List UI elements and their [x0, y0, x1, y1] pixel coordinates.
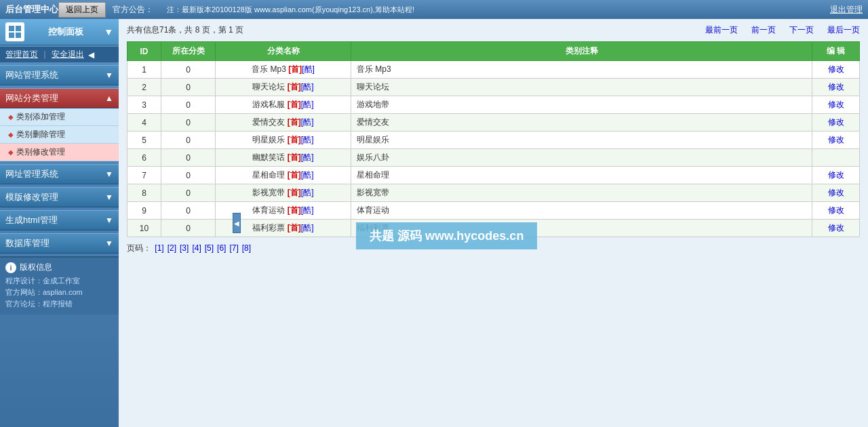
- cell-comment: 聊天论坛: [351, 79, 812, 96]
- cell-edit[interactable]: 修改: [812, 79, 860, 96]
- back-button[interactable]: 返回上页: [58, 2, 106, 18]
- col-edit: 编 辑: [812, 42, 860, 61]
- edit-link[interactable]: 修改: [828, 223, 844, 232]
- cell-comment: 游戏地带: [351, 96, 812, 114]
- info-bar: 共有信息71条，共 8 页，第 1 页 最前一页 前一页 下一页 最后一页: [127, 24, 860, 36]
- category-items: ◆ 类别添加管理 ◆ 类别删除管理 ◆ 类别修改管理: [0, 108, 119, 161]
- edit-link[interactable]: 修改: [828, 82, 844, 92]
- page-number-link[interactable]: [6]: [217, 243, 226, 253]
- table-row: 5 0 明星娱乐 [首][酷] 明星娱乐 修改: [127, 131, 860, 149]
- page-number-link[interactable]: [2]: [167, 243, 176, 253]
- page-number-link[interactable]: [4]: [192, 243, 201, 253]
- cell-comment: 音乐 Mp3: [351, 61, 812, 79]
- page-number-link[interactable]: [3]: [180, 243, 189, 253]
- category-edit[interactable]: ◆ 类别修改管理: [0, 144, 119, 161]
- svg-rect-0: [9, 26, 14, 31]
- edit-link[interactable]: 修改: [828, 170, 844, 180]
- bullet-icon: ◆: [8, 131, 14, 138]
- cell-comment: 爱情交友: [351, 114, 812, 131]
- cell-name: 游戏私服 [首][酷]: [216, 96, 351, 114]
- page-number-link[interactable]: [8]: [242, 243, 251, 253]
- cell-edit[interactable]: 修改: [812, 131, 860, 149]
- cell-edit[interactable]: 修改: [812, 96, 860, 114]
- cell-name: 聊天论坛 [首][酷]: [216, 79, 351, 96]
- cell-comment: 影视宽带: [351, 184, 812, 202]
- category-delete[interactable]: ◆ 类别删除管理: [0, 126, 119, 144]
- cell-id: 10: [127, 220, 161, 237]
- section-template-mgmt-title[interactable]: 模版修改管理 ▼: [0, 187, 119, 207]
- cell-name: 明星娱乐 [首][酷]: [216, 131, 351, 149]
- cell-edit[interactable]: 修改: [812, 220, 860, 237]
- page-number-link[interactable]: [7]: [229, 243, 238, 253]
- nav-logout-arrow: ◀: [88, 50, 94, 60]
- cell-parent: 0: [161, 61, 216, 79]
- edit-link[interactable]: 修改: [828, 135, 844, 144]
- section-website-mgmt-title[interactable]: 网站管理系统 ▼: [0, 65, 119, 85]
- edit-link[interactable]: 修改: [828, 205, 844, 215]
- panel-label: 控制面板: [48, 26, 83, 38]
- cell-edit[interactable]: 修改: [812, 167, 860, 184]
- pagination-nav: 最前一页 前一页 下一页 最后一页: [705, 24, 860, 36]
- section-url-mgmt-title[interactable]: 网址管理系统 ▼: [0, 164, 119, 184]
- edit-link[interactable]: 修改: [828, 64, 844, 74]
- section-html-arrow: ▼: [105, 216, 113, 225]
- center-nav: 返回上页 官方公告：: [58, 2, 153, 18]
- section-db-arrow: ▼: [105, 239, 113, 248]
- cell-edit[interactable]: 修改: [812, 61, 860, 79]
- cell-id: 2: [127, 79, 161, 96]
- announcement-label: 官方公告：: [113, 4, 153, 16]
- section-db-mgmt-title[interactable]: 数据库管理 ▼: [0, 233, 119, 253]
- edit-link[interactable]: 修改: [828, 188, 844, 197]
- cell-name: 音乐 Mp3 [首][酷]: [216, 61, 351, 79]
- cell-id: 7: [127, 167, 161, 184]
- prev-page-link[interactable]: 前一页: [751, 24, 776, 36]
- version-notice: 注：最新版本20100128版 www.asplian.com(原youqing…: [167, 5, 816, 15]
- cell-id: 5: [127, 131, 161, 149]
- panel-icon: [5, 22, 24, 41]
- copyright-item-1: 官方网站：asplian.com: [5, 287, 113, 298]
- nav-logout-link[interactable]: 安全退出: [52, 49, 84, 60]
- cell-comment: 体育运动: [351, 202, 812, 220]
- edit-link[interactable]: 修改: [828, 117, 844, 127]
- page-label: 页码：: [127, 243, 151, 253]
- logout-link[interactable]: 退出管理: [830, 4, 863, 16]
- page-links: 页码： [1][2][3][4][5][6][7][8]: [127, 243, 860, 254]
- next-page-link[interactable]: 下一页: [789, 24, 814, 36]
- last-page-link[interactable]: 最后一页: [827, 24, 860, 36]
- cell-id: 8: [127, 184, 161, 202]
- cell-name: 爱情交友 [首][酷]: [216, 114, 351, 131]
- cell-id: 9: [127, 202, 161, 220]
- section-category-mgmt-title[interactable]: 网站分类管理 ▲: [0, 88, 119, 108]
- sidebar-collapse-button[interactable]: ◀: [233, 213, 241, 233]
- page-number-link[interactable]: [5]: [205, 243, 214, 253]
- copyright-title: i 版权信息: [5, 262, 113, 273]
- page-number-link[interactable]: [1]: [155, 243, 163, 253]
- top-bar: 后台管理中心 返回上页 官方公告： 注：最新版本20100128版 www.as…: [0, 0, 868, 19]
- bullet-icon: ◆: [8, 148, 14, 156]
- cell-edit[interactable]: 修改: [812, 114, 860, 131]
- edit-link[interactable]: 修改: [828, 100, 844, 109]
- section-url-arrow: ▼: [105, 169, 113, 179]
- content-area: 共有信息71条，共 8 页，第 1 页 最前一页 前一页 下一页 最后一页 ID…: [119, 19, 868, 427]
- cell-edit[interactable]: 修改: [812, 184, 860, 202]
- first-page-link[interactable]: 最前一页: [705, 24, 738, 36]
- svg-rect-1: [16, 26, 21, 31]
- cell-parent: 0: [161, 149, 216, 167]
- table-row: 4 0 爱情交友 [首][酷] 爱情交友 修改: [127, 114, 860, 131]
- nav-home-link[interactable]: 管理首页: [5, 49, 38, 60]
- main-layout: 控制面板 ▼ 管理首页 ｜ 安全退出 ◀ 网站管理系统 ▼ 网站分类管理 ▲ ◆: [0, 19, 868, 427]
- sidebar-panel-header: 控制面板 ▼: [0, 19, 119, 45]
- panel-collapse-arrow[interactable]: ▼: [104, 26, 113, 37]
- section-html-mgmt-title[interactable]: 生成html管理 ▼: [0, 210, 119, 230]
- col-parent: 所在分类: [161, 42, 216, 61]
- category-table: ID 所在分类 分类名称 类别注释 编 辑 1 0 音乐 Mp3 [首][酷] …: [127, 41, 860, 237]
- cell-parent: 0: [161, 114, 216, 131]
- col-id: ID: [127, 42, 161, 61]
- section-url-mgmt: 网址管理系统 ▼: [0, 164, 119, 184]
- category-add[interactable]: ◆ 类别添加管理: [0, 108, 119, 126]
- svg-rect-3: [16, 33, 21, 38]
- cell-edit[interactable]: 修改: [812, 202, 860, 220]
- cell-id: 4: [127, 114, 161, 131]
- cell-id: 3: [127, 96, 161, 114]
- cell-comment: 福利彩票: [351, 220, 812, 237]
